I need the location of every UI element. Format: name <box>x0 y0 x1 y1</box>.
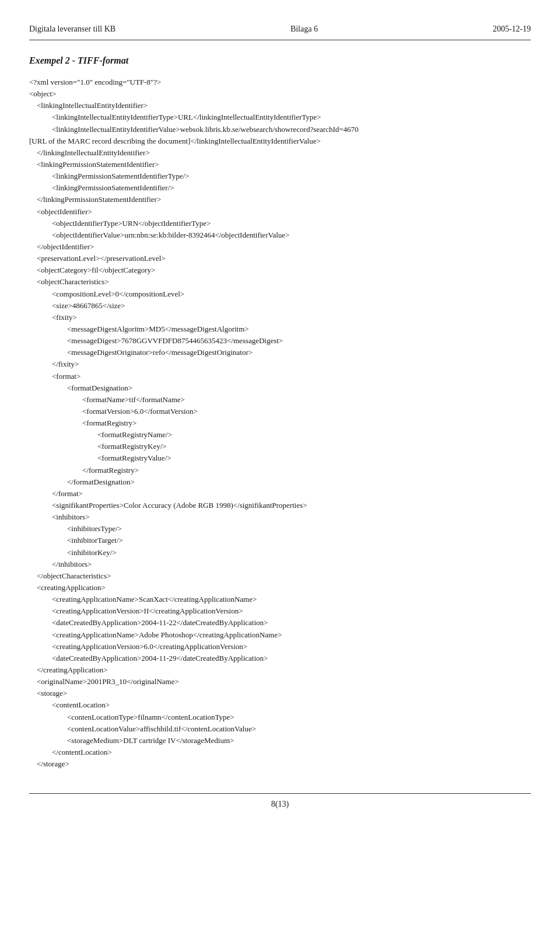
page-header: Digitala leveranser till KB Bilaga 6 200… <box>29 23 531 40</box>
xml-content: <?xml version="1.0" encoding="UTF-8"?> <… <box>29 76 531 770</box>
header-left: Digitala leveranser till KB <box>29 23 116 35</box>
header-center: Bilaga 6 <box>290 23 318 35</box>
header-right: 2005-12-19 <box>493 23 531 35</box>
page-footer: 8(13) <box>29 793 531 810</box>
page-title: Exempel 2 - TIFF-format <box>29 54 531 67</box>
title-section: Exempel 2 - TIFF-format <box>29 54 531 67</box>
